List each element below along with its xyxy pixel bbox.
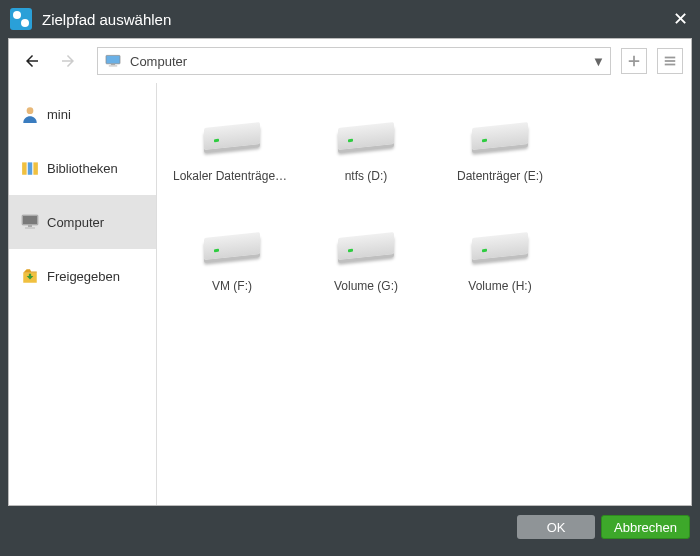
sidebar-item-label: Bibliotheken: [47, 161, 118, 176]
svg-rect-13: [25, 227, 35, 229]
ok-button[interactable]: OK: [517, 515, 595, 539]
svg-point-6: [27, 107, 34, 114]
arrow-right-icon: [59, 52, 77, 70]
svg-rect-8: [28, 162, 33, 174]
plus-icon: [627, 54, 641, 68]
disk-icon: [200, 217, 264, 265]
drive-item[interactable]: Lokaler Datenträger (...: [169, 101, 295, 199]
cancel-button[interactable]: Abbrechen: [601, 515, 690, 539]
sidebar-item-label: Computer: [47, 215, 104, 230]
drive-item[interactable]: ntfs (D:): [303, 101, 429, 199]
drive-label: Volume (H:): [437, 279, 563, 293]
cancel-label: Abbrechen: [614, 520, 677, 535]
computer-icon: [104, 54, 122, 68]
titlebar: Zielpfad auswählen ✕: [0, 0, 700, 38]
ok-label: OK: [547, 520, 566, 535]
back-button[interactable]: [17, 46, 47, 76]
path-text: Computer: [130, 54, 592, 69]
new-folder-button[interactable]: [621, 48, 647, 74]
body-area: mini Bibliotheken Computer Freigegeben: [9, 83, 691, 505]
disk-icon: [334, 107, 398, 155]
svg-rect-7: [22, 162, 27, 174]
disk-icon: [200, 107, 264, 155]
close-icon[interactable]: ✕: [670, 9, 690, 29]
window-title: Zielpfad auswählen: [42, 11, 670, 28]
sidebar-item-shared[interactable]: Freigegeben: [9, 249, 156, 303]
view-list-button[interactable]: [657, 48, 683, 74]
shared-icon: [21, 267, 39, 285]
drive-label: Datenträger (E:): [437, 169, 563, 183]
sidebar-item-label: mini: [47, 107, 71, 122]
main-panel: Computer ▼ mini: [8, 38, 692, 506]
user-icon: [21, 105, 39, 123]
sidebar: mini Bibliotheken Computer Freigegeben: [9, 83, 157, 505]
svg-rect-11: [23, 216, 37, 224]
list-icon: [663, 54, 677, 68]
drive-label: Lokaler Datenträger (...: [169, 169, 295, 183]
svg-rect-4: [665, 60, 676, 62]
sidebar-item-libraries[interactable]: Bibliotheken: [9, 141, 156, 195]
svg-rect-9: [33, 162, 38, 174]
drive-item[interactable]: Volume (G:): [303, 211, 429, 309]
drive-label: Volume (G:): [303, 279, 429, 293]
path-bar[interactable]: Computer ▼: [97, 47, 611, 75]
app-icon: [10, 8, 32, 30]
arrow-left-icon: [23, 52, 41, 70]
drive-label: ntfs (D:): [303, 169, 429, 183]
path-dropdown-icon[interactable]: ▼: [592, 54, 604, 69]
disk-icon: [468, 107, 532, 155]
svg-rect-2: [109, 65, 117, 66]
svg-rect-0: [106, 55, 120, 63]
sidebar-item-user[interactable]: mini: [9, 87, 156, 141]
drive-item[interactable]: VM (F:): [169, 211, 295, 309]
forward-button[interactable]: [53, 46, 83, 76]
sidebar-item-computer[interactable]: Computer: [9, 195, 156, 249]
svg-rect-5: [665, 64, 676, 66]
drive-grid: Lokaler Datenträger (... ntfs (D:) Daten…: [157, 83, 691, 505]
library-icon: [21, 159, 39, 177]
sidebar-item-label: Freigegeben: [47, 269, 120, 284]
disk-icon: [334, 217, 398, 265]
computer-icon: [21, 213, 39, 231]
toolbar: Computer ▼: [9, 39, 691, 83]
svg-rect-1: [111, 64, 115, 65]
footer: OK Abbrechen: [0, 506, 700, 548]
drive-item[interactable]: Volume (H:): [437, 211, 563, 309]
drive-item[interactable]: Datenträger (E:): [437, 101, 563, 199]
disk-icon: [468, 217, 532, 265]
drive-label: VM (F:): [169, 279, 295, 293]
svg-rect-12: [28, 225, 32, 227]
svg-rect-3: [665, 57, 676, 59]
